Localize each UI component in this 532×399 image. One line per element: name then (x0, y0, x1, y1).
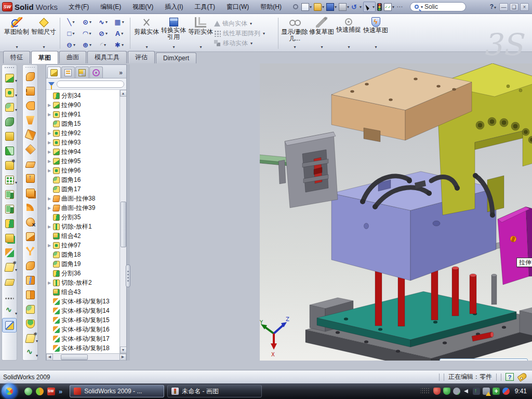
expand-arrow-icon[interactable]: ▶ (47, 140, 51, 145)
tree-item[interactable]: ▶ 圆角18 (47, 250, 119, 259)
feature-tool-button[interactable]: ▾ (2, 260, 17, 274)
help-button[interactable]: ?▾ (490, 3, 496, 10)
menu-item[interactable]: 视图(V) (127, 0, 159, 14)
surface-tool-button[interactable]: ▾ (23, 345, 37, 360)
panel-overflow-chevron[interactable]: » (119, 69, 125, 78)
surface-tool-button[interactable]: ▾ (23, 273, 37, 287)
tray-icon[interactable] (463, 388, 470, 395)
sketch-entity-button[interactable]: ▦▾ (111, 16, 127, 28)
expand-arrow-icon[interactable]: ▶ (47, 150, 51, 154)
menu-item[interactable]: 工具(T) (189, 0, 221, 14)
quick-launch-icon[interactable] (24, 388, 32, 395)
ribbon-tab[interactable]: 曲面 (59, 51, 86, 63)
scroll-right-icon[interactable]: ▶ (119, 354, 126, 361)
toolbar-drag-handle[interactable] (25, 66, 35, 68)
command-button[interactable]: 修复草图▾ (308, 16, 335, 51)
ribbon-tab[interactable]: 评估 (128, 51, 155, 63)
search-input[interactable]: Solic (424, 3, 438, 10)
sketch-entity-button[interactable]: ◠▾ (79, 28, 95, 39)
sketch-entity-button[interactable]: A▾ (111, 28, 127, 39)
feature-tool-button[interactable]: ▾ (2, 114, 17, 129)
surface-tool-button[interactable]: ▾ (23, 113, 37, 127)
filter-input[interactable] (57, 81, 124, 88)
surface-tool-button[interactable]: ▾ (23, 171, 37, 185)
tree-vertical-scrollbar[interactable]: ▲ ▼ (119, 90, 126, 353)
surface-tool-button[interactable]: ▾ (23, 331, 37, 345)
close-button[interactable]: × (520, 3, 529, 11)
quick-access-button[interactable]: ▾ (396, 2, 405, 12)
surface-tool-button[interactable]: ▾ (23, 127, 37, 142)
command-button[interactable]: 智能尺寸▾ (30, 16, 57, 51)
surface-tool-button[interactable]: ▾ (23, 229, 37, 244)
tree-item[interactable]: ▶ 拉伸92 (47, 128, 119, 138)
expand-arrow-icon[interactable]: ▶ (47, 159, 51, 164)
tag-icon[interactable] (517, 372, 527, 382)
scrollbar-thumb[interactable] (121, 202, 126, 247)
surface-tool-button[interactable]: ▾ (23, 200, 37, 215)
surface-tool-button[interactable]: ▾ (23, 287, 37, 302)
tree-item[interactable]: ▶ 分割36 (47, 269, 119, 278)
graphics-viewport[interactable]: Y Z X ▾▾▾▾▾▾▾▾▾▾ —❑× 拉伸75 (260, 63, 532, 361)
feature-tool-button[interactable]: ▾ (2, 202, 17, 216)
surface-tool-button[interactable]: ▾ (23, 98, 37, 113)
menu-item[interactable]: 帮助(H) (255, 0, 287, 14)
command-button[interactable]: 等距实体▾ (187, 16, 214, 51)
surface-tool-button[interactable]: ▾ (23, 244, 37, 258)
tree-item[interactable]: ▶ 曲面-拉伸39 (47, 203, 119, 212)
model-canvas[interactable]: Y Z X (260, 63, 532, 361)
sketch-entity-button[interactable]: □▾ (63, 28, 79, 39)
ribbon-tab[interactable]: 特征 (3, 51, 30, 63)
minimize-button[interactable]: — (499, 3, 508, 11)
tree-item[interactable]: ▶ 圆角17 (47, 184, 119, 194)
tree-item[interactable]: ▶ 拉伸95 (47, 156, 119, 166)
tray-icon[interactable] (502, 388, 510, 395)
scrollbar-thumb[interactable] (61, 354, 88, 360)
surface-tool-button[interactable]: ▾ (23, 156, 37, 171)
sketch-entity-button[interactable]: ╲▾ (63, 16, 79, 28)
feature-tool-button[interactable]: ▾ (2, 245, 17, 260)
filter-icon[interactable] (48, 82, 55, 86)
panel-tab[interactable] (89, 66, 103, 78)
quick-access-button[interactable]: ▾ (377, 2, 382, 12)
sketch-entity-button[interactable]: ⊘▾ (95, 28, 111, 39)
panel-tab[interactable] (75, 66, 89, 78)
quick-access-button[interactable]: ▾ (313, 2, 325, 12)
sketch-entity-button[interactable]: ⊕▾ (79, 39, 95, 50)
tree-item[interactable]: ▶ 组合42 (47, 231, 119, 241)
restore-button[interactable]: ❑ (510, 3, 518, 11)
expand-arrow-icon[interactable]: ▶ (47, 196, 51, 201)
tree-item[interactable]: ▶ 实体-移动/复制15 (47, 315, 119, 325)
surface-tool-button[interactable]: ▾ (23, 84, 37, 98)
surface-tool-button[interactable]: ▾ (23, 185, 37, 200)
tree-item[interactable]: ▶ 圆角16 (47, 175, 119, 184)
sketch-entity-button[interactable]: ◜▾ (95, 39, 111, 50)
command-button[interactable]: 剪裁实体▾ (133, 16, 160, 51)
surface-tool-button[interactable]: ▾ (23, 215, 37, 229)
surface-tool-button[interactable]: ▾ (23, 142, 37, 156)
surface-tool-button[interactable]: ▾ (23, 316, 37, 331)
quick-access-button[interactable]: ▾ (291, 2, 300, 12)
tree-item[interactable]: ▶ 实体-移动/复制18 (47, 343, 119, 353)
tray-icon[interactable] (433, 388, 441, 395)
quick-access-button[interactable]: ▾ (338, 2, 350, 12)
feature-tool-button[interactable]: ▾ (2, 129, 17, 143)
expand-arrow-icon[interactable]: ▶ (47, 224, 51, 229)
expand-arrow-icon[interactable]: ▶ (47, 103, 51, 108)
feature-tool-button[interactable]: ▾ (2, 100, 17, 114)
base-step-right[interactable] (520, 305, 532, 336)
command-button[interactable]: 草图绘制▾ (3, 16, 30, 51)
feature-tool-button[interactable]: ▾ (2, 143, 17, 158)
sketch-entity-button[interactable]: ∿▾ (95, 16, 111, 28)
tray-icon[interactable] (443, 388, 450, 395)
input-keyboard-icon[interactable] (420, 388, 430, 394)
scroll-left-icon[interactable]: ◀ (46, 354, 53, 361)
ribbon-tab[interactable]: DimXpert (156, 52, 196, 63)
command-button[interactable]: 移动实体▾ (214, 39, 275, 48)
tree-item[interactable]: ▶ 拉伸91 (47, 110, 119, 119)
tree-item[interactable]: ▶ 分割34 (47, 91, 119, 100)
task-button[interactable]: 未命名 - 画图 (167, 385, 262, 397)
tree-item[interactable]: ▶ 实体-移动/复制13 (47, 297, 119, 306)
search-dropdown-icon[interactable]: ▾ (421, 5, 423, 9)
quick-access-button[interactable]: ▾ (351, 2, 362, 12)
feature-tool-button[interactable]: ▾ (2, 158, 17, 172)
